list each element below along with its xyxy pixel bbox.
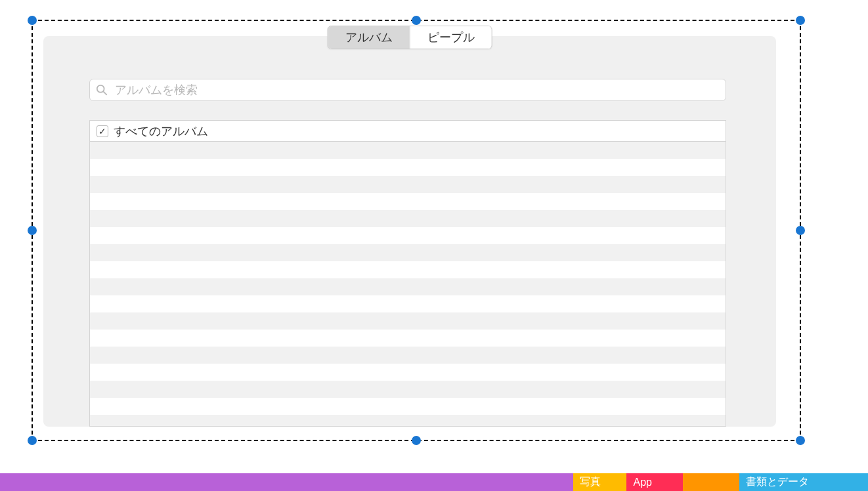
list-row[interactable] (90, 142, 726, 159)
storage-segment-documents: 書類とデータ (739, 473, 868, 491)
resize-handle-top-middle[interactable] (412, 16, 421, 25)
resize-handle-bottom-left[interactable] (28, 436, 37, 445)
list-row[interactable] (90, 176, 726, 193)
list-row[interactable] (90, 330, 726, 347)
list-row[interactable] (90, 381, 726, 398)
storage-segment-app: App (626, 473, 683, 491)
list-row[interactable] (90, 244, 726, 261)
list-row[interactable] (90, 227, 726, 244)
resize-handle-middle-right[interactable] (796, 226, 805, 235)
storage-segment-photos: 写真 (573, 473, 627, 491)
list-header-row[interactable]: ✓ すべてのアルバム (90, 121, 726, 142)
tab-albums[interactable]: アルバム (328, 26, 410, 49)
resize-handle-middle-left[interactable] (28, 226, 37, 235)
list-row[interactable] (90, 278, 726, 295)
list-row[interactable] (90, 193, 726, 210)
storage-bar: 写真 App 書類とデータ (0, 473, 868, 491)
search-wrapper (89, 79, 726, 101)
list-row[interactable] (90, 364, 726, 381)
all-albums-checkbox[interactable]: ✓ (97, 125, 108, 137)
tab-bar: アルバム ピープル (328, 26, 492, 49)
list-rows (90, 142, 726, 426)
list-row[interactable] (90, 312, 726, 330)
storage-segment-purple (0, 473, 573, 491)
resize-handle-bottom-right[interactable] (796, 436, 805, 445)
search-input[interactable] (89, 79, 726, 101)
resize-handle-top-right[interactable] (796, 16, 805, 25)
all-albums-label: すべてのアルバム (114, 123, 208, 139)
albums-list: ✓ すべてのアルバム (89, 120, 726, 427)
settings-panel: アルバム ピープル ✓ すべてのアルバム (43, 36, 776, 427)
list-row[interactable] (90, 415, 726, 427)
list-row[interactable] (90, 398, 726, 415)
list-row[interactable] (90, 261, 726, 278)
resize-handle-bottom-middle[interactable] (412, 436, 421, 445)
tab-people[interactable]: ピープル (410, 26, 492, 49)
list-row[interactable] (90, 347, 726, 364)
list-row[interactable] (90, 159, 726, 176)
list-row[interactable] (90, 210, 726, 227)
resize-handle-top-left[interactable] (28, 16, 37, 25)
storage-segment-orange (683, 473, 739, 491)
list-row[interactable] (90, 295, 726, 312)
